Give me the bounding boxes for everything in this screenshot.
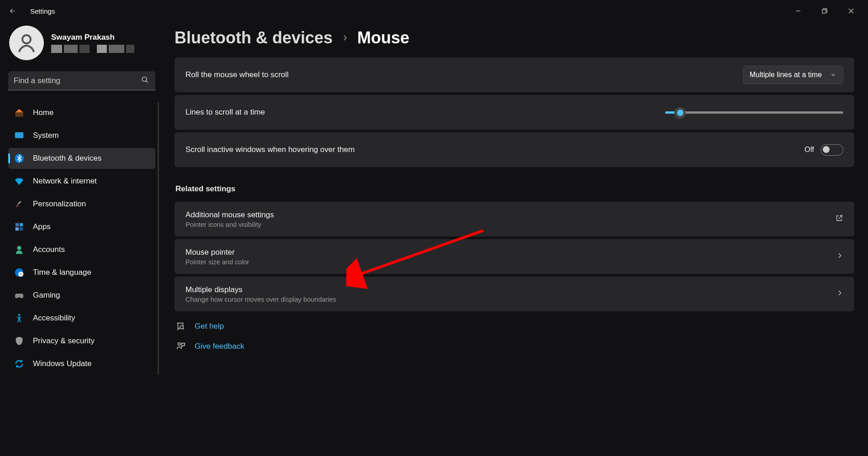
svg-point-22 <box>178 343 181 346</box>
back-button[interactable] <box>4 2 22 20</box>
chevron-right-icon <box>836 252 843 261</box>
svg-point-20 <box>18 314 21 316</box>
chevron-right-icon <box>836 289 843 299</box>
setting-lines-scroll: Lines to scroll at a time <box>175 95 854 130</box>
search-input[interactable] <box>8 71 155 90</box>
give-feedback-row: Give feedback <box>175 341 854 351</box>
avatar <box>9 26 44 60</box>
sidebar-item-home[interactable]: Home <box>8 102 155 123</box>
multiple-displays-link[interactable]: Multiple displays Change how cursor move… <box>175 277 854 311</box>
profile-name: Swayam Prakash <box>51 33 134 42</box>
controller-icon <box>14 290 25 301</box>
sidebar-item-label: Gaming <box>33 291 60 300</box>
bluetooth-icon <box>14 153 25 164</box>
person-icon <box>14 244 25 255</box>
slider-thumb[interactable] <box>674 107 686 119</box>
sidebar-item-label: Privacy & security <box>33 336 95 346</box>
sidebar-item-label: Accessibility <box>33 314 75 323</box>
sidebar-item-personalization[interactable]: Personalization <box>8 194 155 215</box>
svg-rect-15 <box>16 227 19 231</box>
sidebar-item-system[interactable]: System <box>8 125 155 146</box>
sidebar-item-label: Apps <box>33 222 51 231</box>
svg-rect-13 <box>16 223 19 226</box>
sidebar-item-label: System <box>33 131 59 140</box>
svg-rect-12 <box>17 201 21 204</box>
scroll-mode-dropdown[interactable]: Multiple lines at a time <box>743 66 843 84</box>
mouse-pointer-link[interactable]: Mouse pointer Pointer size and color <box>175 239 854 274</box>
svg-point-17 <box>17 246 21 250</box>
link-subtitle: Change how cursor moves over display bou… <box>185 296 336 303</box>
nav-list: Home System Bluetooth & devices Network … <box>8 102 155 374</box>
chevron-right-icon <box>341 34 349 42</box>
sidebar-item-label: Network & internet <box>33 177 97 186</box>
get-help-link[interactable]: Get help <box>195 322 224 331</box>
svg-rect-16 <box>20 227 23 231</box>
breadcrumb: Bluetooth & devices Mouse <box>175 28 854 47</box>
sidebar-item-label: Accounts <box>33 245 65 254</box>
svg-rect-10 <box>15 132 23 138</box>
link-subtitle: Pointer size and color <box>185 258 249 266</box>
svg-point-21 <box>180 325 183 329</box>
link-title: Mouse pointer <box>185 248 249 257</box>
breadcrumb-current: Mouse <box>357 28 409 47</box>
get-help-row: Get help <box>175 321 854 331</box>
minimize-icon <box>795 8 801 14</box>
breadcrumb-parent[interactable]: Bluetooth & devices <box>175 28 333 47</box>
help-icon <box>175 321 185 331</box>
svg-rect-8 <box>16 112 23 116</box>
brush-icon <box>14 199 25 210</box>
link-subtitle: Pointer icons and visibility <box>185 221 274 228</box>
sidebar-item-label: Windows Update <box>33 359 92 368</box>
give-feedback-link[interactable]: Give feedback <box>195 342 244 351</box>
toggle-knob <box>823 146 830 153</box>
wifi-icon <box>14 176 25 187</box>
search-field[interactable] <box>8 71 155 90</box>
shield-icon <box>14 335 25 346</box>
sidebar-item-network[interactable]: Network & internet <box>8 171 155 192</box>
dropdown-value: Multiple lines at a time <box>750 71 822 79</box>
toggle-state-text: Off <box>804 146 814 154</box>
sidebar-item-bluetooth[interactable]: Bluetooth & devices <box>8 148 155 169</box>
close-icon <box>848 8 854 14</box>
sidebar-item-accessibility[interactable]: Accessibility <box>8 308 155 329</box>
sidebar: Swayam Prakash Home System <box>0 22 164 456</box>
sidebar-item-accounts[interactable]: Accounts <box>8 239 155 260</box>
maximize-button[interactable] <box>811 2 838 20</box>
lines-scroll-slider[interactable] <box>665 111 843 114</box>
setting-scroll-mode: Roll the mouse wheel to scroll Multiple … <box>175 58 854 92</box>
svg-line-7 <box>146 81 148 83</box>
feedback-icon <box>175 341 185 351</box>
svg-rect-2 <box>822 10 826 13</box>
arrow-left-icon <box>9 7 17 15</box>
link-title: Additional mouse settings <box>185 210 274 220</box>
sidebar-item-apps[interactable]: Apps <box>8 216 155 237</box>
sidebar-item-update[interactable]: Windows Update <box>8 353 155 374</box>
sidebar-item-time[interactable]: Time & language <box>8 262 155 283</box>
home-icon <box>14 107 25 118</box>
setting-scroll-inactive: Scroll inactive windows when hovering ov… <box>175 132 854 167</box>
additional-mouse-settings[interactable]: Additional mouse settings Pointer icons … <box>175 202 854 236</box>
sidebar-item-label: Bluetooth & devices <box>33 154 101 163</box>
sidebar-item-gaming[interactable]: Gaming <box>8 285 155 306</box>
setting-label: Scroll inactive windows when hovering ov… <box>185 145 355 154</box>
sidebar-item-label: Home <box>33 108 53 117</box>
maximize-icon <box>822 8 827 14</box>
search-icon <box>141 76 149 86</box>
sidebar-item-privacy[interactable]: Privacy & security <box>8 330 155 351</box>
svg-point-6 <box>142 77 147 82</box>
update-icon <box>14 358 25 369</box>
minimize-button[interactable] <box>785 2 811 20</box>
close-button[interactable] <box>838 2 864 20</box>
globe-clock-icon <box>14 267 25 278</box>
sidebar-item-label: Time & language <box>33 268 91 277</box>
scroll-inactive-toggle[interactable] <box>820 144 843 156</box>
sidebar-scrollbar[interactable] <box>158 102 159 374</box>
titlebar: Settings <box>0 0 868 22</box>
setting-label: Lines to scroll at a time <box>185 108 265 117</box>
chevron-down-icon <box>830 72 836 78</box>
related-settings-header: Related settings <box>175 184 854 194</box>
apps-icon <box>14 221 25 232</box>
main-content: Bluetooth & devices Mouse Roll the mouse… <box>164 22 868 456</box>
person-icon <box>16 32 37 54</box>
profile-section[interactable]: Swayam Prakash <box>8 22 155 71</box>
